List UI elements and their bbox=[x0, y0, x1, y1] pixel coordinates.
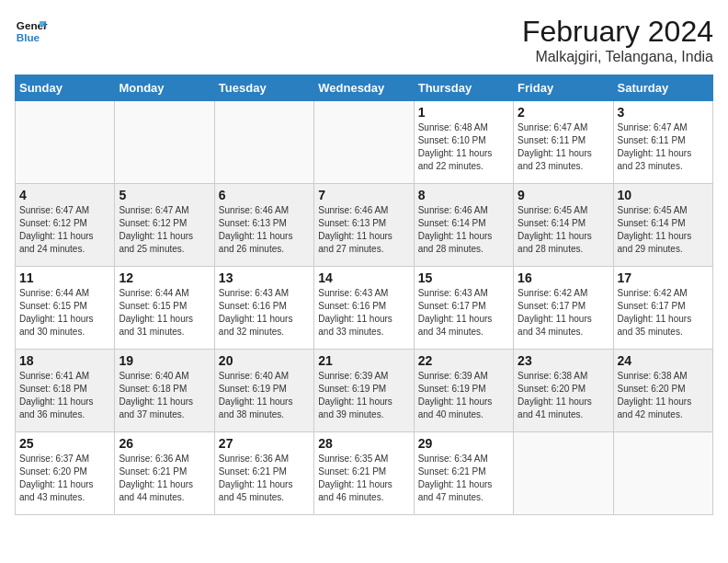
day-number: 2 bbox=[518, 105, 609, 120]
day-info: Sunrise: 6:42 AMSunset: 6:17 PMDaylight:… bbox=[618, 287, 709, 339]
calendar-cell: 29Sunrise: 6:34 AMSunset: 6:21 PMDayligh… bbox=[414, 432, 513, 515]
calendar-cell: 4Sunrise: 6:47 AMSunset: 6:12 PMDaylight… bbox=[16, 184, 115, 267]
day-number: 8 bbox=[418, 188, 509, 202]
calendar-week-row: 1Sunrise: 6:48 AMSunset: 6:10 PMDaylight… bbox=[16, 101, 713, 184]
day-info: Sunrise: 6:38 AMSunset: 6:20 PMDaylight:… bbox=[518, 370, 609, 421]
day-number: 11 bbox=[19, 270, 110, 285]
calendar-cell: 28Sunrise: 6:35 AMSunset: 6:21 PMDayligh… bbox=[314, 432, 414, 515]
calendar-week-row: 11Sunrise: 6:44 AMSunset: 6:15 PMDayligh… bbox=[16, 267, 713, 350]
calendar-header-thursday: Thursday bbox=[414, 75, 513, 101]
day-number: 19 bbox=[119, 353, 210, 368]
day-info: Sunrise: 6:36 AMSunset: 6:21 PMDaylight:… bbox=[219, 453, 310, 504]
calendar-cell: 10Sunrise: 6:45 AMSunset: 6:14 PMDayligh… bbox=[613, 184, 712, 267]
day-info: Sunrise: 6:41 AMSunset: 6:18 PMDaylight:… bbox=[19, 370, 110, 421]
calendar-cell: 14Sunrise: 6:43 AMSunset: 6:16 PMDayligh… bbox=[314, 267, 414, 350]
calendar-header-tuesday: Tuesday bbox=[214, 75, 313, 101]
calendar-cell: 23Sunrise: 6:38 AMSunset: 6:20 PMDayligh… bbox=[514, 350, 613, 432]
calendar-cell: 2Sunrise: 6:47 AMSunset: 6:11 PMDaylight… bbox=[514, 101, 613, 184]
day-info: Sunrise: 6:46 AMSunset: 6:13 PMDaylight:… bbox=[219, 204, 310, 256]
day-info: Sunrise: 6:44 AMSunset: 6:15 PMDaylight:… bbox=[19, 287, 110, 339]
logo: General Blue bbox=[15, 15, 48, 48]
calendar-header-wednesday: Wednesday bbox=[314, 75, 414, 101]
day-number: 23 bbox=[518, 353, 609, 368]
calendar-cell: 15Sunrise: 6:43 AMSunset: 6:17 PMDayligh… bbox=[414, 267, 513, 350]
day-number: 13 bbox=[219, 270, 310, 285]
calendar-cell bbox=[314, 101, 414, 184]
day-info: Sunrise: 6:39 AMSunset: 6:19 PMDaylight:… bbox=[318, 370, 409, 421]
day-number: 21 bbox=[318, 353, 409, 368]
day-info: Sunrise: 6:47 AMSunset: 6:11 PMDaylight:… bbox=[518, 121, 609, 173]
day-number: 26 bbox=[119, 436, 210, 451]
calendar-table: SundayMondayTuesdayWednesdayThursdayFrid… bbox=[15, 75, 713, 515]
day-info: Sunrise: 6:44 AMSunset: 6:15 PMDaylight:… bbox=[119, 287, 210, 339]
calendar-cell: 3Sunrise: 6:47 AMSunset: 6:11 PMDaylight… bbox=[613, 101, 712, 184]
day-info: Sunrise: 6:42 AMSunset: 6:17 PMDaylight:… bbox=[518, 287, 609, 339]
day-info: Sunrise: 6:35 AMSunset: 6:21 PMDaylight:… bbox=[318, 453, 409, 504]
day-number: 16 bbox=[518, 270, 609, 285]
calendar-week-row: 4Sunrise: 6:47 AMSunset: 6:12 PMDaylight… bbox=[16, 184, 713, 267]
day-info: Sunrise: 6:34 AMSunset: 6:21 PMDaylight:… bbox=[418, 453, 509, 504]
day-number: 10 bbox=[618, 188, 709, 202]
day-number: 25 bbox=[19, 436, 110, 451]
day-number: 22 bbox=[418, 353, 509, 368]
day-info: Sunrise: 6:45 AMSunset: 6:14 PMDaylight:… bbox=[618, 204, 709, 256]
day-number: 9 bbox=[518, 188, 609, 202]
day-number: 20 bbox=[219, 353, 310, 368]
calendar-header-sunday: Sunday bbox=[16, 75, 115, 101]
page-header: General Blue February 2024 Malkajgiri, T… bbox=[15, 15, 713, 65]
calendar-cell bbox=[613, 432, 712, 515]
day-info: Sunrise: 6:39 AMSunset: 6:19 PMDaylight:… bbox=[418, 370, 509, 421]
day-info: Sunrise: 6:47 AMSunset: 6:11 PMDaylight:… bbox=[618, 121, 709, 173]
calendar-cell: 5Sunrise: 6:47 AMSunset: 6:12 PMDaylight… bbox=[115, 184, 214, 267]
calendar-cell bbox=[214, 101, 313, 184]
day-number: 12 bbox=[119, 270, 210, 285]
day-number: 29 bbox=[418, 436, 509, 451]
calendar-cell: 26Sunrise: 6:36 AMSunset: 6:21 PMDayligh… bbox=[115, 432, 214, 515]
svg-text:Blue: Blue bbox=[17, 31, 40, 43]
calendar-cell: 11Sunrise: 6:44 AMSunset: 6:15 PMDayligh… bbox=[16, 267, 115, 350]
day-number: 18 bbox=[19, 353, 110, 368]
day-number: 17 bbox=[618, 270, 709, 285]
day-info: Sunrise: 6:37 AMSunset: 6:20 PMDaylight:… bbox=[19, 453, 110, 504]
calendar-cell: 6Sunrise: 6:46 AMSunset: 6:13 PMDaylight… bbox=[214, 184, 313, 267]
day-number: 28 bbox=[318, 436, 409, 451]
day-number: 24 bbox=[618, 353, 709, 368]
day-info: Sunrise: 6:46 AMSunset: 6:13 PMDaylight:… bbox=[318, 204, 409, 256]
svg-text:General: General bbox=[17, 19, 48, 31]
logo-icon: General Blue bbox=[15, 15, 48, 48]
calendar-header-friday: Friday bbox=[514, 75, 613, 101]
calendar-cell: 13Sunrise: 6:43 AMSunset: 6:16 PMDayligh… bbox=[214, 267, 313, 350]
day-info: Sunrise: 6:43 AMSunset: 6:17 PMDaylight:… bbox=[418, 287, 509, 339]
calendar-cell: 25Sunrise: 6:37 AMSunset: 6:20 PMDayligh… bbox=[16, 432, 115, 515]
main-title: February 2024 bbox=[522, 15, 713, 49]
subtitle: Malkajgiri, Telangana, India bbox=[522, 49, 713, 65]
calendar-cell bbox=[16, 101, 115, 184]
day-info: Sunrise: 6:48 AMSunset: 6:10 PMDaylight:… bbox=[418, 121, 509, 173]
calendar-cell: 19Sunrise: 6:40 AMSunset: 6:18 PMDayligh… bbox=[115, 350, 214, 432]
day-info: Sunrise: 6:47 AMSunset: 6:12 PMDaylight:… bbox=[19, 204, 110, 256]
calendar-cell: 16Sunrise: 6:42 AMSunset: 6:17 PMDayligh… bbox=[514, 267, 613, 350]
day-info: Sunrise: 6:40 AMSunset: 6:18 PMDaylight:… bbox=[119, 370, 210, 421]
day-info: Sunrise: 6:47 AMSunset: 6:12 PMDaylight:… bbox=[119, 204, 210, 256]
day-info: Sunrise: 6:46 AMSunset: 6:14 PMDaylight:… bbox=[418, 204, 509, 256]
calendar-week-row: 25Sunrise: 6:37 AMSunset: 6:20 PMDayligh… bbox=[16, 432, 713, 515]
calendar-cell bbox=[115, 101, 214, 184]
calendar-cell: 21Sunrise: 6:39 AMSunset: 6:19 PMDayligh… bbox=[314, 350, 414, 432]
day-number: 4 bbox=[19, 188, 110, 202]
day-info: Sunrise: 6:38 AMSunset: 6:20 PMDaylight:… bbox=[618, 370, 709, 421]
day-info: Sunrise: 6:45 AMSunset: 6:14 PMDaylight:… bbox=[518, 204, 609, 256]
calendar-cell: 1Sunrise: 6:48 AMSunset: 6:10 PMDaylight… bbox=[414, 101, 513, 184]
day-info: Sunrise: 6:40 AMSunset: 6:19 PMDaylight:… bbox=[219, 370, 310, 421]
calendar-cell: 17Sunrise: 6:42 AMSunset: 6:17 PMDayligh… bbox=[613, 267, 712, 350]
day-number: 27 bbox=[219, 436, 310, 451]
day-number: 6 bbox=[219, 188, 310, 202]
calendar-cell: 7Sunrise: 6:46 AMSunset: 6:13 PMDaylight… bbox=[314, 184, 414, 267]
day-number: 15 bbox=[418, 270, 509, 285]
calendar-cell: 24Sunrise: 6:38 AMSunset: 6:20 PMDayligh… bbox=[613, 350, 712, 432]
calendar-cell: 20Sunrise: 6:40 AMSunset: 6:19 PMDayligh… bbox=[214, 350, 313, 432]
day-info: Sunrise: 6:43 AMSunset: 6:16 PMDaylight:… bbox=[219, 287, 310, 339]
calendar-week-row: 18Sunrise: 6:41 AMSunset: 6:18 PMDayligh… bbox=[16, 350, 713, 432]
day-info: Sunrise: 6:36 AMSunset: 6:21 PMDaylight:… bbox=[119, 453, 210, 504]
calendar-cell: 8Sunrise: 6:46 AMSunset: 6:14 PMDaylight… bbox=[414, 184, 513, 267]
day-info: Sunrise: 6:43 AMSunset: 6:16 PMDaylight:… bbox=[318, 287, 409, 339]
